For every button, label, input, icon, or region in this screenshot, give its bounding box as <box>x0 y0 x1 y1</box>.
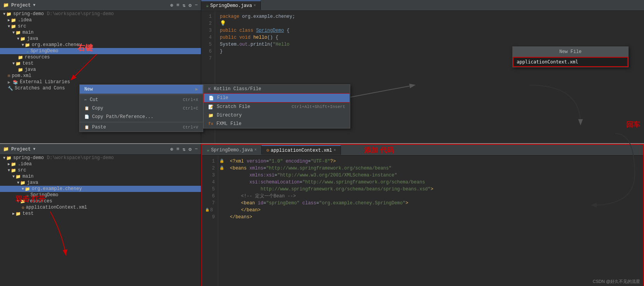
folder-src: 📁 <box>11 24 16 29</box>
menu-item-new[interactable]: New ▶ <box>80 85 203 94</box>
folder-test: 📁 <box>15 61 21 66</box>
expand-arrow-java: ▼ <box>17 37 19 41</box>
bottom-tab-springdemo[interactable]: ☕ SpringDemo.java × <box>202 146 262 154</box>
bottom-folder-java: 📁 <box>20 180 26 185</box>
scratch-file-icon: 📝 <box>208 104 214 110</box>
menu-item-paste[interactable]: 📋 Paste Ctrl+V <box>80 123 203 132</box>
submenu-item-scratch[interactable]: 📝 Scratch File Ctrl+Alt+Shift+Insert <box>204 103 350 111</box>
tree-item-pom[interactable]: m pom.xml <box>0 73 201 79</box>
bottom-tab-xml-icon: ⚙ <box>266 147 269 153</box>
bottom-tree-spring-demo[interactable]: ▼ 📁 spring-demo D:\workspace\spring-demo <box>0 155 201 161</box>
tree-item-test-java[interactable]: 📁 java <box>0 67 201 73</box>
paste-icon: 📋 <box>84 125 89 130</box>
bottom-folder-icon: 📁 <box>3 146 9 152</box>
settings-icon[interactable]: ⚙ <box>188 2 192 9</box>
submenu-item-file[interactable]: 📄 File <box>204 93 350 103</box>
tab-label: SpringDemo.java <box>210 3 252 9</box>
menu-item-copy[interactable]: 📋 Copy Ctrl+C <box>80 104 203 113</box>
bottom-tree-java[interactable]: ▼ 📁 java <box>0 180 201 186</box>
file-icon: 📄 <box>209 96 214 101</box>
tree-item-springdemo[interactable]: ☕ SpringDemo <box>0 48 201 54</box>
tree-item-spring-demo[interactable]: ▼ 📁 spring-demo D:\workspace\spring-demo <box>0 11 201 17</box>
bottom-tree-main[interactable]: ▼ 📁 main <box>0 173 201 180</box>
bottom-arrow-test: ▶ <box>12 211 15 216</box>
dialog-input[interactable] <box>513 57 628 67</box>
bottom-panel-header: 📁 Project ▼ ⊕ ≡ ⇅ ⚙ − <box>0 144 201 155</box>
enter-annotation: 回车 <box>626 120 640 129</box>
bottom-minimize-icon[interactable]: − <box>195 146 198 152</box>
bottom-src-label: src <box>18 168 26 173</box>
bottom-tree-appctx[interactable]: ⚙ applicationContext.xml <box>0 204 201 211</box>
tree-item-java[interactable]: ▼ 📁 java <box>0 36 201 42</box>
menu-item-cut[interactable]: ✂ Cut Ctrl+X <box>80 96 203 104</box>
bottom-settings-icon[interactable]: ⚙ <box>188 146 192 152</box>
bottom-editor-tabs: ☕ SpringDemo.java × ⚙ applicationContext… <box>202 145 643 156</box>
fxml-label: FXML File <box>216 121 242 127</box>
cut-shortcut: Ctrl+X <box>183 98 198 102</box>
sync-icon[interactable]: ⊕ <box>170 2 173 9</box>
folder-java: 📁 <box>20 36 26 41</box>
idea-label: .idea <box>18 17 32 23</box>
code-line-1: package org.example.cheney; <box>220 13 639 20</box>
tree-item-src[interactable]: ▼ 📁 src <box>0 23 201 29</box>
expand-arrow-org: ▼ <box>22 43 24 47</box>
xml-line-2: <beans xmlns="http://www.springframework… <box>230 165 639 172</box>
context-menu: New ▶ ✂ Cut Ctrl+X 📋 Copy Ctrl+C 📄 Copy … <box>79 84 203 132</box>
bottom-org-label: org.example.cheney <box>32 186 82 192</box>
scratches-label: Scratches and Cons <box>15 86 65 91</box>
expand-icon[interactable]: ⇅ <box>183 2 186 9</box>
bottom-folder-test: 📁 <box>15 211 21 216</box>
panel-title: Project <box>11 3 31 8</box>
submenu-item-kotlin[interactable]: K Kotlin Class/File <box>204 85 350 93</box>
bottom-tab-close-xml[interactable]: × <box>334 148 336 152</box>
tree-item-idea[interactable]: ▶ 📁 .idea <box>0 17 201 23</box>
submenu-item-directory[interactable]: 📁 Directory <box>204 111 350 120</box>
xml-line-1: <?xml version="1.0" encoding="UTF-8"?> <box>230 158 639 165</box>
bottom-tab-java-icon: ☕ <box>207 147 209 153</box>
bottom-arrow-main: ▼ <box>12 175 15 179</box>
bottom-arrow-java: ▼ <box>17 181 19 185</box>
bottom-tree-src[interactable]: ▼ 📁 src <box>0 167 201 173</box>
minimize-icon[interactable]: − <box>195 2 198 9</box>
org-label: org.example.cheney <box>32 42 82 48</box>
doubleclick-annotation: 双击 打开 <box>15 194 45 204</box>
sub-context-menu: K Kotlin Class/File 📄 File 📝 Scratch Fil… <box>203 84 350 128</box>
bottom-code-content: 1 2 3 4 5 6 7 🔒8 9 🔒 🔒 <box>202 156 643 286</box>
collapse-icon[interactable]: ≡ <box>176 2 180 9</box>
bottom-tree-idea[interactable]: ▶ 📁 .idea <box>0 161 201 167</box>
scratch-label: Scratch File <box>217 104 250 110</box>
bottom-section: 📁 Project ▼ ⊕ ≡ ⇅ ⚙ − ▼ 📁 spring-demo D:… <box>0 143 644 286</box>
bottom-collapse-icon[interactable]: ≡ <box>176 146 180 152</box>
submenu-item-fxml[interactable]: fx FXML File <box>204 120 350 128</box>
bottom-tab-appctx[interactable]: ⚙ applicationContext.xml × <box>262 145 341 155</box>
bottom-idea-label: .idea <box>18 161 32 167</box>
bottom-panel-arrow[interactable]: ▼ <box>33 147 35 151</box>
tab-close[interactable]: × <box>253 3 256 8</box>
xml-line-5: http://www.springframework.org/schema/be… <box>230 186 639 193</box>
tree-item-test[interactable]: ▼ 📁 test <box>0 60 201 67</box>
test-java-label: java <box>25 67 36 72</box>
panel-arrow[interactable]: ▼ <box>33 3 35 7</box>
tree-item-resources[interactable]: 📁 resources <box>0 54 201 60</box>
menu-item-copypath[interactable]: 📄 Copy Path/Reference... <box>80 113 203 121</box>
bottom-tab-close-java[interactable]: × <box>254 148 257 152</box>
watermark: CSDN @好久不见的流星 <box>593 279 640 284</box>
bottom-tree-test[interactable]: ▶ 📁 test <box>0 211 201 217</box>
new-file-dialog: New File <box>512 46 629 67</box>
scratch-shortcut: Ctrl+Alt+Shift+Insert <box>291 104 345 109</box>
bottom-expand-icon[interactable]: ⇅ <box>183 146 186 152</box>
tree-item-org[interactable]: ▼ 📁 org.example.cheney <box>0 42 201 48</box>
editor-tabs: ☕ SpringDemo.java × <box>201 0 644 11</box>
bottom-tree-org[interactable]: ▼ 📁 org.example.cheney <box>0 186 201 192</box>
directory-icon: 📁 <box>208 113 214 118</box>
kotlin-icon: K <box>208 87 211 91</box>
bottom-sync-icon[interactable]: ⊕ <box>170 146 173 152</box>
menu-new-label: New <box>84 87 93 92</box>
xml-line-7: <bean id="springDemo" class="org.example… <box>230 200 639 207</box>
tree-item-main[interactable]: ▼ 📁 main <box>0 29 201 36</box>
copy-shortcut: Ctrl+C <box>183 106 198 111</box>
bottom-code-area[interactable]: <?xml version="1.0" encoding="UTF-8"?> <… <box>225 156 643 286</box>
tab-springdemo-java[interactable]: ☕ SpringDemo.java × <box>201 0 261 10</box>
bottom-arrow-idea: ▶ <box>8 162 10 166</box>
xml-line-6: <!-- 定义一个Bean --> <box>230 193 639 200</box>
